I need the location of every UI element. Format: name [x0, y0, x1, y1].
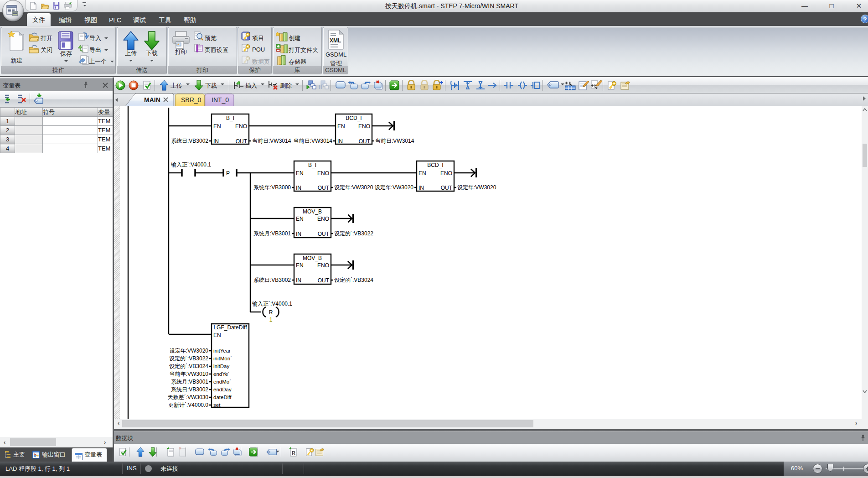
svg-text:EN: EN: [213, 332, 221, 338]
svg-text:P: P: [226, 170, 230, 177]
svg-text:设定年:VW3020: 设定年:VW3020: [457, 184, 496, 191]
svg-text:IN: IN: [213, 138, 219, 145]
svg-text:OUT: OUT: [318, 277, 330, 284]
svg-text:系统日:VB3002: 系统日:VB3002: [171, 138, 208, 144]
svg-text:BCD_I: BCD_I: [427, 162, 443, 168]
svg-text:系统年:VB3000: 系统年:VB3000: [253, 184, 291, 191]
svg-text:设定的´:VB3022: 设定的´:VB3022: [169, 355, 208, 362]
svg-text:IN: IN: [337, 138, 343, 145]
svg-text:当前日:VW3014: 当前日:VW3014: [252, 138, 291, 144]
svg-text:系统月:VB3001: 系统月:VB3001: [171, 379, 208, 385]
svg-text:设定的´:VB3022: 设定的´:VB3022: [334, 230, 373, 237]
svg-text:EN: EN: [296, 170, 304, 177]
svg-text:当前日:VW3014: 当前日:VW3014: [375, 138, 414, 144]
svg-text:initMon´: initMon´: [213, 356, 232, 361]
svg-text:B_I: B_I: [226, 115, 234, 121]
svg-text:ENO: ENO: [358, 123, 370, 130]
svg-text:系统日:VB3002: 系统日:VB3002: [171, 386, 208, 393]
svg-text:initYear: initYear: [213, 348, 231, 353]
svg-text:EN: EN: [337, 123, 345, 130]
svg-text:ENO: ENO: [235, 123, 247, 130]
svg-text:SBR_0: SBR_0: [181, 96, 202, 104]
svg-text:R: R: [269, 309, 273, 316]
svg-text:OUT: OUT: [236, 138, 248, 145]
svg-text:EN: EN: [213, 123, 221, 130]
svg-text:ENO: ENO: [317, 216, 329, 222]
svg-text:设定年:VW3020: 设定年:VW3020: [170, 348, 209, 354]
svg-text:endYe´: endYe´: [213, 371, 230, 377]
svg-text:设定的´:VB3024: 设定的´:VB3024: [169, 363, 208, 369]
svg-text:B_I: B_I: [308, 162, 316, 168]
svg-text:IN: IN: [296, 277, 301, 284]
svg-text:设定年:VW3020: 设定年:VW3020: [334, 184, 373, 191]
svg-text:MOV_B: MOV_B: [303, 255, 322, 261]
svg-text:1: 1: [269, 317, 273, 323]
svg-text:OUT: OUT: [318, 231, 330, 237]
svg-text:设定的´:VB3024: 设定的´:VB3024: [334, 277, 373, 283]
svg-text:天数差´:VW3030: 天数差´:VW3030: [168, 394, 209, 400]
svg-text:LGF_DateDiff: LGF_DateDiff: [213, 324, 247, 331]
svg-text:OUT: OUT: [318, 185, 330, 191]
svg-text:MOV_B: MOV_B: [303, 208, 322, 215]
svg-text:initDay: initDay: [213, 364, 229, 369]
svg-text:INT_0: INT_0: [212, 96, 229, 104]
svg-text:当前年:VW3010: 当前年:VW3010: [170, 371, 209, 377]
svg-text:set: set: [213, 402, 221, 408]
svg-text:EN: EN: [296, 216, 304, 222]
svg-text:IN: IN: [296, 185, 301, 191]
svg-text:BCD_I: BCD_I: [346, 115, 362, 121]
svg-text:dateDiff: dateDiff: [213, 395, 232, 400]
svg-text:endDay: endDay: [213, 387, 232, 392]
svg-text:更新计´:V4000.0: 更新计´:V4000.0: [168, 402, 208, 408]
svg-text:EN: EN: [296, 262, 304, 269]
svg-text:设定年:VW3020: 设定年:VW3020: [375, 184, 414, 191]
svg-text:当前日:VW3014: 当前日:VW3014: [294, 138, 333, 144]
svg-text:输入正´:V4000.1: 输入正´:V4000.1: [252, 301, 292, 307]
svg-text:系统日:VB3002: 系统日:VB3002: [253, 277, 291, 283]
svg-text:系统月:VB3001: 系统月:VB3001: [253, 230, 291, 237]
svg-text:EN: EN: [418, 170, 426, 177]
svg-text:endMo´: endMo´: [213, 379, 231, 384]
svg-text:ENO: ENO: [317, 170, 329, 177]
svg-text:ENO: ENO: [317, 262, 329, 269]
svg-text:OUT: OUT: [441, 185, 453, 191]
svg-text:R: R: [292, 450, 295, 456]
svg-text:ENO: ENO: [440, 170, 452, 177]
svg-text:IN: IN: [418, 185, 424, 191]
svg-text:OUT: OUT: [359, 138, 371, 145]
svg-text:输入正´:V4000.1: 输入正´:V4000.1: [171, 161, 211, 168]
svg-text:XML: XML: [330, 37, 341, 44]
svg-text:IN: IN: [296, 231, 301, 237]
svg-text:MAIN: MAIN: [144, 96, 160, 104]
